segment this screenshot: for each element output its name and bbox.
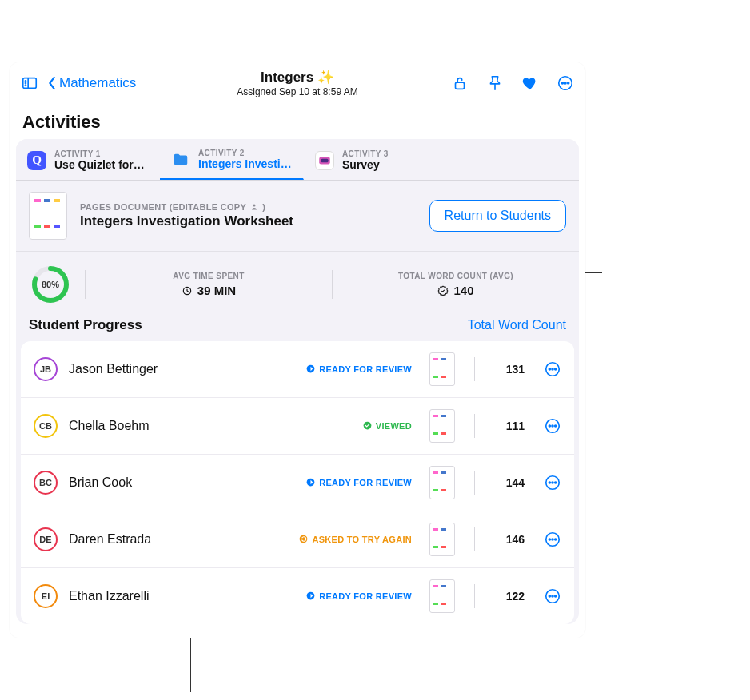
- activities-card: Q ACTIVITY 1 Use Quizlet for… ACTIVITY 2…: [16, 139, 579, 624]
- divider: [85, 270, 86, 299]
- submission-thumbnail[interactable]: [429, 579, 455, 613]
- svg-point-41: [555, 595, 557, 597]
- student-row[interactable]: DEDaren EstradaASKED TO TRY AGAIN146: [21, 511, 574, 568]
- student-word-count: 122: [494, 590, 525, 603]
- back-button[interactable]: Mathematics: [46, 75, 136, 91]
- tab-label: Survey: [342, 158, 389, 171]
- sidebar-toggle-icon[interactable]: [21, 74, 38, 92]
- svg-point-24: [549, 425, 550, 427]
- student-word-count: 111: [494, 420, 525, 432]
- person-icon: [249, 202, 259, 212]
- svg-point-20: [552, 368, 553, 370]
- folder-icon: [171, 150, 190, 169]
- svg-point-39: [549, 595, 550, 597]
- metric-label: TOTAL WORD COUNT (AVG): [347, 272, 564, 280]
- svg-point-26: [555, 425, 557, 427]
- page-subtitle: Assigned Sep 10 at 8:59 AM: [196, 86, 399, 97]
- svg-point-21: [555, 368, 557, 370]
- status-icon: [305, 477, 316, 489]
- svg-point-40: [552, 595, 553, 597]
- metrics-row: 80% AVG TIME SPENT 39 MIN TOTAL WORD COU…: [16, 252, 579, 317]
- divider: [332, 270, 333, 299]
- svg-point-13: [253, 205, 256, 207]
- divider: [474, 414, 475, 438]
- submission-thumbnail[interactable]: [429, 409, 455, 443]
- tab-activity-1[interactable]: Q ACTIVITY 1 Use Quizlet for…: [16, 139, 160, 180]
- metric-label: AVG TIME SPENT: [100, 272, 317, 280]
- svg-point-30: [552, 482, 553, 483]
- tab-overline: ACTIVITY 3: [342, 149, 389, 158]
- submission-thumbnail[interactable]: [429, 466, 455, 499]
- student-name: Jason Bettinger: [69, 362, 294, 376]
- lock-open-icon[interactable]: [451, 74, 469, 92]
- row-more-button[interactable]: [544, 531, 561, 548]
- quizlet-icon: Q: [27, 151, 46, 170]
- metric-avg-time: AVG TIME SPENT 39 MIN: [100, 272, 317, 297]
- student-row[interactable]: EIEthan IzzarelliREADY FOR REVIEW122: [21, 568, 574, 624]
- more-icon[interactable]: [557, 74, 574, 92]
- row-more-button[interactable]: [544, 417, 561, 435]
- document-title: Integers Investigation Worksheet: [80, 213, 417, 229]
- student-status: READY FOR REVIEW: [305, 364, 412, 376]
- svg-rect-12: [321, 158, 329, 162]
- student-avatar: BC: [34, 471, 58, 495]
- student-name: Daren Estrada: [69, 532, 287, 547]
- clock-icon: [182, 285, 193, 296]
- submission-thumbnail[interactable]: [429, 352, 455, 386]
- status-icon: [362, 420, 373, 432]
- row-more-button[interactable]: [544, 360, 561, 378]
- student-word-count: 144: [494, 476, 525, 489]
- progress-title: Student Progress: [29, 317, 142, 333]
- student-status: VIEWED: [362, 420, 412, 432]
- svg-rect-5: [456, 82, 465, 89]
- tab-activity-2[interactable]: ACTIVITY 2 Integers Investi…: [160, 139, 304, 180]
- metric-word-count: TOTAL WORD COUNT (AVG) 140: [347, 272, 564, 297]
- pin-icon[interactable]: [486, 74, 504, 92]
- status-icon: [305, 591, 316, 603]
- divider: [474, 527, 475, 551]
- student-row[interactable]: JBJason BettingerREADY FOR REVIEW131: [21, 341, 574, 398]
- tab-overline: ACTIVITY 2: [198, 149, 292, 157]
- divider: [474, 584, 475, 608]
- row-more-button[interactable]: [544, 474, 561, 491]
- student-word-count: 131: [494, 363, 525, 376]
- svg-point-29: [549, 482, 550, 483]
- badge-check-icon: [437, 285, 449, 296]
- svg-point-9: [564, 82, 566, 84]
- svg-point-34: [549, 539, 550, 540]
- student-name: Ethan Izzarelli: [69, 589, 294, 603]
- row-more-button[interactable]: [544, 587, 561, 605]
- tab-label: Use Quizlet for…: [54, 158, 145, 171]
- student-name: Brian Cook: [69, 475, 294, 490]
- document-thumbnail[interactable]: [29, 192, 67, 240]
- svg-point-31: [555, 482, 557, 483]
- submission-thumbnail[interactable]: [429, 523, 455, 556]
- total-word-count-link[interactable]: Total Word Count: [468, 318, 566, 332]
- progress-header: Student Progress Total Word Count: [16, 317, 579, 341]
- student-avatar: DE: [34, 527, 58, 551]
- student-status: READY FOR REVIEW: [305, 591, 412, 603]
- document-row: PAGES DOCUMENT (EDITABLE COPY ) Integers…: [16, 181, 579, 252]
- student-row[interactable]: BCBrian CookREADY FOR REVIEW144: [21, 455, 574, 511]
- divider: [474, 471, 475, 495]
- svg-point-19: [549, 368, 550, 370]
- document-overline: PAGES DOCUMENT (EDITABLE COPY ): [80, 202, 417, 212]
- svg-point-25: [552, 425, 553, 427]
- svg-point-10: [568, 82, 569, 84]
- svg-point-3: [25, 82, 26, 83]
- progress-ring-value: 80%: [30, 264, 70, 304]
- student-word-count: 146: [494, 533, 525, 546]
- favorite-heart-icon[interactable]: [521, 74, 539, 92]
- student-row[interactable]: CBChella BoehmVIEWED111: [21, 398, 574, 455]
- student-status: ASKED TO TRY AGAIN: [298, 534, 412, 546]
- status-icon: [298, 534, 309, 546]
- svg-point-35: [552, 539, 553, 540]
- student-list: JBJason BettingerREADY FOR REVIEW131CBCh…: [21, 341, 574, 624]
- student-avatar: CB: [34, 414, 58, 438]
- svg-point-4: [25, 85, 26, 86]
- return-to-students-button[interactable]: Return to Students: [429, 200, 566, 232]
- divider: [474, 357, 475, 381]
- tab-activity-3[interactable]: ACTIVITY 3 Survey: [304, 139, 448, 180]
- student-name: Chella Boehm: [69, 419, 351, 433]
- tab-overline: ACTIVITY 1: [54, 149, 145, 158]
